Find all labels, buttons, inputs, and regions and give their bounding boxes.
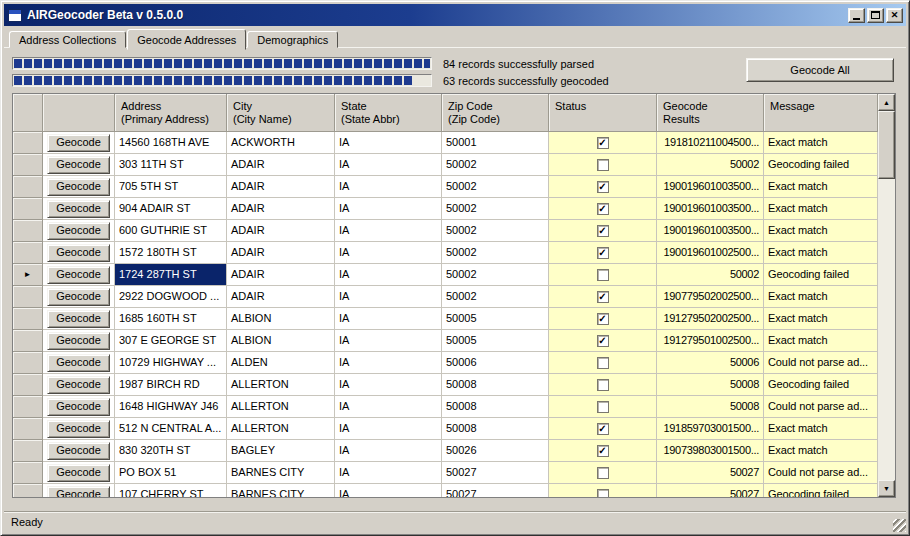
status-checkbox[interactable]: ✓ <box>597 445 609 457</box>
zip-column-header[interactable]: Zip Code (Zip Code) <box>442 94 549 132</box>
address-cell[interactable]: 1724 287TH ST <box>115 264 227 286</box>
address-cell[interactable]: 303 11TH ST <box>115 154 227 176</box>
address-cell[interactable]: 830 320TH ST <box>115 440 227 462</box>
results-column-header[interactable]: Geocode Results <box>657 94 764 132</box>
message-cell[interactable]: Exact match <box>764 242 878 264</box>
status-checkbox[interactable]: ✓ <box>597 203 609 215</box>
message-cell[interactable]: Exact match <box>764 220 878 242</box>
geocode-result-cell[interactable]: 190779502002500... <box>657 286 764 308</box>
geocode-row-button[interactable]: Geocode <box>47 244 110 262</box>
row-header-cell[interactable] <box>13 132 43 154</box>
state-cell[interactable]: IA <box>335 198 442 220</box>
geocode-result-cell[interactable]: 50027 <box>657 484 764 497</box>
city-cell[interactable]: ADAIR <box>227 264 335 286</box>
geocode-row-button[interactable]: Geocode <box>47 200 110 218</box>
city-column-header[interactable]: City (City Name) <box>227 94 335 132</box>
message-column-header[interactable]: Message <box>764 94 878 132</box>
status-cell[interactable]: ✓ <box>549 132 657 154</box>
message-cell[interactable]: Exact match <box>764 418 878 440</box>
city-cell[interactable]: ADAIR <box>227 286 335 308</box>
geocode-result-cell[interactable]: 50008 <box>657 374 764 396</box>
city-cell[interactable]: ADAIR <box>227 242 335 264</box>
resize-grip[interactable] <box>893 519 906 532</box>
message-cell[interactable]: Could not parse ad... <box>764 396 878 418</box>
status-cell[interactable]: ✓ <box>549 440 657 462</box>
message-cell[interactable]: Geocoding failed <box>764 374 878 396</box>
city-cell[interactable]: ALLERTON <box>227 396 335 418</box>
geocode-row-button[interactable]: Geocode <box>47 310 110 328</box>
state-cell[interactable]: IA <box>335 462 442 484</box>
row-header-cell[interactable] <box>13 440 43 462</box>
city-cell[interactable]: ALLERTON <box>227 374 335 396</box>
app-icon[interactable] <box>8 9 22 22</box>
city-cell[interactable]: ADAIR <box>227 220 335 242</box>
row-header-cell[interactable] <box>13 286 43 308</box>
address-cell[interactable]: 705 5TH ST <box>115 176 227 198</box>
minimize-button[interactable] <box>848 8 865 23</box>
state-cell[interactable]: IA <box>335 418 442 440</box>
status-checkbox[interactable] <box>597 489 609 498</box>
status-checkbox[interactable]: ✓ <box>597 247 609 259</box>
geocode-result-cell[interactable]: 190019601003500... <box>657 176 764 198</box>
status-checkbox[interactable]: ✓ <box>597 335 609 347</box>
state-cell[interactable]: IA <box>335 308 442 330</box>
geocode-result-cell[interactable]: 50008 <box>657 396 764 418</box>
geocode-all-button[interactable]: Geocode All <box>746 58 894 82</box>
status-cell[interactable] <box>549 396 657 418</box>
city-cell[interactable]: ALBION <box>227 330 335 352</box>
geocode-row-button[interactable]: Geocode <box>47 442 110 460</box>
message-cell[interactable]: Exact match <box>764 176 878 198</box>
state-cell[interactable]: IA <box>335 264 442 286</box>
status-cell[interactable]: ✓ <box>549 198 657 220</box>
zip-cell[interactable]: 50008 <box>442 374 549 396</box>
status-cell[interactable] <box>549 374 657 396</box>
status-cell[interactable] <box>549 352 657 374</box>
status-cell[interactable]: ✓ <box>549 220 657 242</box>
row-header-cell[interactable] <box>13 330 43 352</box>
message-cell[interactable]: Exact match <box>764 440 878 462</box>
state-cell[interactable]: IA <box>335 132 442 154</box>
state-cell[interactable]: IA <box>335 374 442 396</box>
row-header-cell[interactable] <box>13 220 43 242</box>
city-cell[interactable]: BARNES CITY <box>227 484 335 497</box>
row-header-cell[interactable] <box>13 484 43 497</box>
city-cell[interactable]: ALBION <box>227 308 335 330</box>
vertical-scrollbar[interactable]: ▲ ▼ <box>878 94 895 497</box>
geocode-result-cell[interactable]: 190019601003500... <box>657 220 764 242</box>
geocode-row-button[interactable]: Geocode <box>47 288 110 306</box>
status-checkbox[interactable] <box>597 467 609 479</box>
zip-cell[interactable]: 50002 <box>442 154 549 176</box>
zip-cell[interactable]: 50005 <box>442 330 549 352</box>
geocode-row-button[interactable]: Geocode <box>47 178 110 196</box>
geocode-result-cell[interactable]: 190019601002500... <box>657 242 764 264</box>
state-cell[interactable]: IA <box>335 484 442 497</box>
geocode-result-cell[interactable]: 191859703001500... <box>657 418 764 440</box>
status-cell[interactable] <box>549 462 657 484</box>
zip-cell[interactable]: 50002 <box>442 242 549 264</box>
row-header-cell[interactable] <box>13 154 43 176</box>
status-checkbox[interactable]: ✓ <box>597 181 609 193</box>
status-cell[interactable]: ✓ <box>549 418 657 440</box>
geocode-row-button[interactable]: Geocode <box>47 420 110 438</box>
geocode-row-button[interactable]: Geocode <box>47 354 110 372</box>
city-cell[interactable]: ADAIR <box>227 198 335 220</box>
city-cell[interactable]: ALDEN <box>227 352 335 374</box>
zip-cell[interactable]: 50002 <box>442 286 549 308</box>
geocode-result-cell[interactable]: 191279502002500... <box>657 308 764 330</box>
geocode-result-cell[interactable]: 50002 <box>657 154 764 176</box>
scroll-down-button[interactable]: ▼ <box>878 480 895 497</box>
city-cell[interactable]: ADAIR <box>227 154 335 176</box>
status-cell[interactable] <box>549 154 657 176</box>
status-checkbox[interactable]: ✓ <box>597 137 609 149</box>
status-cell[interactable]: ✓ <box>549 242 657 264</box>
status-checkbox[interactable]: ✓ <box>597 313 609 325</box>
address-cell[interactable]: 600 GUTHRIE ST <box>115 220 227 242</box>
status-cell[interactable]: ✓ <box>549 308 657 330</box>
city-cell[interactable]: ADAIR <box>227 176 335 198</box>
zip-cell[interactable]: 50002 <box>442 198 549 220</box>
geocode-result-cell[interactable]: 190739803001500... <box>657 440 764 462</box>
geocode-result-cell[interactable]: 190019601003500... <box>657 198 764 220</box>
status-checkbox[interactable]: ✓ <box>597 291 609 303</box>
geocode-result-cell[interactable]: 191810211004500... <box>657 132 764 154</box>
message-cell[interactable]: Could not parse ad... <box>764 462 878 484</box>
